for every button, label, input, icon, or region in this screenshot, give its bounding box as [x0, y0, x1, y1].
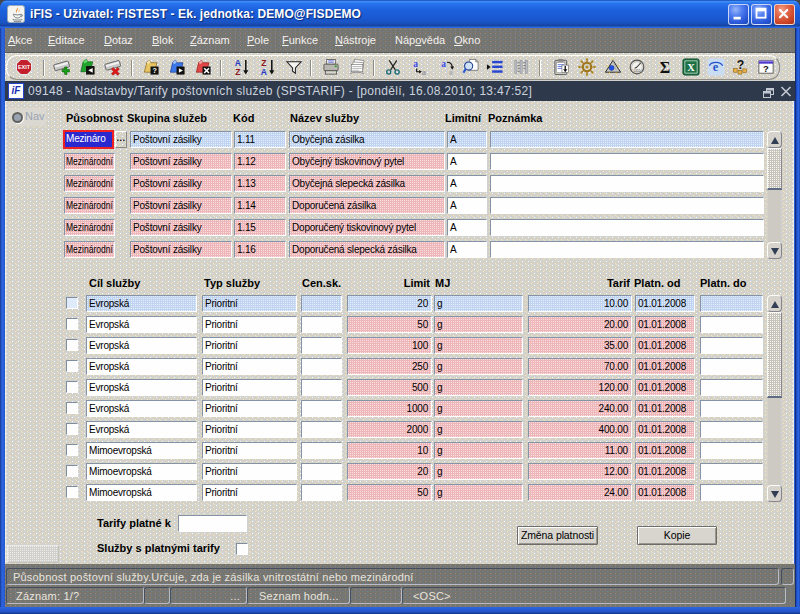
- table1-cell-pusobnost[interactable]: Mezinárodní: [64, 197, 115, 214]
- pyramid-icon[interactable]: [604, 58, 622, 76]
- table2-cell-platndo[interactable]: [700, 484, 763, 501]
- table1-cell-poznamka[interactable]: [490, 219, 764, 236]
- table1-cell-skupina[interactable]: Poštovní zásilky: [130, 241, 232, 258]
- enter-query-icon[interactable]: ?: [142, 58, 160, 76]
- table2-cell-censk[interactable]: [301, 337, 342, 354]
- table2-cell-typ[interactable]: Prioritní: [202, 337, 297, 354]
- table1-cell-skupina[interactable]: Poštovní zásilky: [130, 175, 232, 192]
- print-icon[interactable]: [322, 58, 340, 76]
- menu-blok[interactable]: Blok: [152, 34, 173, 46]
- cut-icon[interactable]: [384, 58, 402, 76]
- filter-icon[interactable]: [285, 58, 303, 76]
- table2-cell-mj[interactable]: g: [434, 358, 523, 375]
- table2-cell-censk[interactable]: [301, 463, 342, 480]
- table2-cell-mj[interactable]: g: [434, 337, 523, 354]
- table2-cell-censk[interactable]: [301, 421, 342, 438]
- table2-cell-limit[interactable]: 50: [347, 316, 432, 333]
- table1-cell-limitni[interactable]: A: [447, 153, 487, 170]
- table2-cell-censk[interactable]: [301, 379, 342, 396]
- table1-cell-limitni[interactable]: A: [447, 241, 487, 258]
- menu-zaznam[interactable]: Záznam: [190, 34, 230, 46]
- table2-cell-limit[interactable]: 10: [347, 442, 432, 459]
- table2-cell-platndo[interactable]: [700, 316, 763, 333]
- table2-cell-limit[interactable]: 250: [347, 358, 432, 375]
- table1-cell-pusobnost[interactable]: Mezinárodní: [64, 153, 115, 170]
- row-select-checkbox[interactable]: [66, 381, 78, 393]
- table2-cell-platnod[interactable]: 01.01.2008: [635, 484, 695, 501]
- table2-scrollbar[interactable]: [767, 295, 782, 502]
- table2-cell-tarif[interactable]: 70.00: [528, 358, 632, 375]
- table2-cell-mj[interactable]: g: [434, 421, 523, 438]
- table1-cell-pusobnost[interactable]: Mezinárodní: [64, 175, 115, 192]
- table2-cell-tarif[interactable]: 400.00: [528, 421, 632, 438]
- table2-cell-censk[interactable]: [301, 442, 342, 459]
- table2-cell-mj[interactable]: g: [434, 442, 523, 459]
- table2-cell-tarif[interactable]: 120.00: [528, 379, 632, 396]
- table1-cell-kod[interactable]: 1.16: [234, 241, 286, 258]
- menu-okno[interactable]: Okno: [454, 34, 480, 46]
- table2-cell-cil[interactable]: Evropská: [86, 379, 197, 396]
- table2-cell-cil[interactable]: Evropská: [86, 337, 197, 354]
- table2-cell-tarif[interactable]: 35.00: [528, 337, 632, 354]
- table2-cell-platndo[interactable]: [700, 442, 763, 459]
- maximize-button[interactable]: [751, 4, 772, 25]
- table2-cell-cil[interactable]: Mimoevropská: [86, 484, 197, 501]
- table2-cell-mj[interactable]: g: [434, 463, 523, 480]
- duplicate-record-icon[interactable]: [78, 58, 96, 76]
- table2-cell-limit[interactable]: 500: [347, 379, 432, 396]
- table2-cell-typ[interactable]: Prioritní: [202, 295, 297, 312]
- table2-cell-limit[interactable]: 2000: [347, 421, 432, 438]
- table2-cell-platnod[interactable]: 01.01.2008: [635, 337, 695, 354]
- row-select-checkbox[interactable]: [66, 444, 78, 456]
- table2-cell-censk[interactable]: [301, 358, 342, 375]
- table2-cell-tarif[interactable]: 20.00: [528, 316, 632, 333]
- tarify-platne-k-input[interactable]: [178, 515, 247, 532]
- lov-button[interactable]: ...: [115, 131, 127, 148]
- table2-cell-cil[interactable]: Evropská: [86, 400, 197, 417]
- table2-cell-tarif[interactable]: 24.00: [528, 484, 632, 501]
- close-button[interactable]: [774, 4, 795, 25]
- table1-cell-nazev[interactable]: Doporučený tiskovinový pytel: [289, 219, 445, 236]
- table1-cell-nazev[interactable]: Obyčejná slepecká zásilka: [289, 175, 445, 192]
- table2-cell-typ[interactable]: Prioritní: [202, 463, 297, 480]
- delete-record-icon[interactable]: [104, 58, 122, 76]
- table2-cell-tarif[interactable]: 11.00: [528, 442, 632, 459]
- insert-record-icon[interactable]: [53, 58, 71, 76]
- list-values-icon[interactable]: [486, 58, 504, 76]
- minimize-button[interactable]: [728, 4, 749, 25]
- table1-cell-limitni[interactable]: A: [447, 219, 487, 236]
- table2-cell-platndo[interactable]: [700, 295, 763, 312]
- table2-cell-limit[interactable]: 1000: [347, 400, 432, 417]
- copy-icon[interactable]: aa: [411, 58, 429, 76]
- table2-cell-cil[interactable]: Mimoevropská: [86, 463, 197, 480]
- helm-icon[interactable]: [578, 58, 596, 76]
- row-select-checkbox[interactable]: [66, 486, 78, 498]
- scroll-up-button[interactable]: [767, 295, 782, 312]
- scrollbar-thumb[interactable]: [767, 148, 782, 190]
- sort-desc-icon[interactable]: ZA: [259, 58, 277, 76]
- table2-cell-tarif[interactable]: 10.00: [528, 295, 632, 312]
- execute-query-icon[interactable]: [168, 58, 186, 76]
- table1-cell-kod[interactable]: 1.12: [234, 153, 286, 170]
- table1-cell-nazev[interactable]: Obyčejný tiskovinový pytel: [289, 153, 445, 170]
- table1-cell-skupina[interactable]: Poštovní zásilky: [130, 131, 232, 148]
- table2-cell-typ[interactable]: Prioritní: [202, 400, 297, 417]
- table1-cell-nazev[interactable]: Obyčejná zásilka: [289, 131, 445, 148]
- table1-cell-poznamka[interactable]: [490, 175, 764, 192]
- table1-cell-poznamka[interactable]: [490, 241, 764, 258]
- table2-cell-typ[interactable]: Prioritní: [202, 421, 297, 438]
- table1-cell-kod[interactable]: 1.13: [234, 175, 286, 192]
- table2-cell-platndo[interactable]: [700, 463, 763, 480]
- table1-scrollbar[interactable]: [767, 131, 782, 259]
- table2-cell-cil[interactable]: Evropská: [86, 295, 197, 312]
- table2-cell-mj[interactable]: g: [434, 295, 523, 312]
- table2-cell-mj[interactable]: g: [434, 484, 523, 501]
- clock-icon[interactable]: 1315: [628, 58, 646, 76]
- table2-cell-platnod[interactable]: 01.01.2008: [635, 358, 695, 375]
- table1-cell-skupina[interactable]: Poštovní zásilky: [130, 197, 232, 214]
- table2-cell-typ[interactable]: Prioritní: [202, 358, 297, 375]
- table1-cell-limitni[interactable]: A: [447, 131, 487, 148]
- table2-cell-limit[interactable]: 100: [347, 337, 432, 354]
- table2-cell-platnod[interactable]: 01.01.2008: [635, 379, 695, 396]
- table2-cell-platndo[interactable]: [700, 400, 763, 417]
